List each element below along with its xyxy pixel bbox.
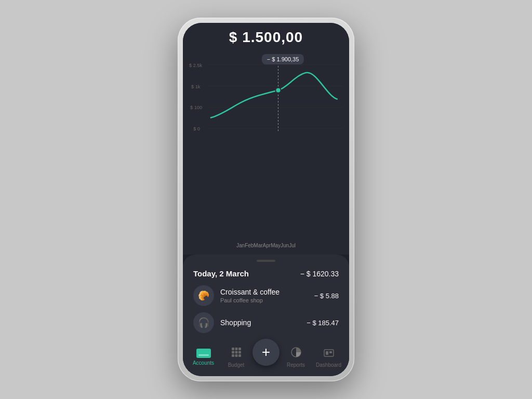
chart-svg: $ 2.5k $ 1k $ 100 $ 0	[189, 50, 343, 143]
svg-rect-14	[235, 351, 237, 354]
svg-rect-12	[238, 348, 241, 350]
transaction-name-coffee: Croissant & coffee	[220, 288, 314, 296]
nav-item-reports[interactable]: Reports	[280, 347, 312, 368]
svg-text:$ 100: $ 100	[190, 105, 202, 110]
nav-item-accounts[interactable]: Accounts	[187, 349, 220, 366]
transaction-info-coffee: Croissant & coffee Paul coffee shop	[220, 288, 314, 303]
svg-text:$ 1k: $ 1k	[191, 84, 201, 89]
transaction-item[interactable]: 🥐 Croissant & coffee Paul coffee shop − …	[193, 285, 339, 306]
transaction-amount-shopping: − $ 185.47	[307, 319, 339, 327]
dashboard-icon	[323, 347, 335, 360]
date-total: − $ 1620.33	[300, 270, 339, 278]
chart-container: − $ 1.900,35 $ 2.5k $ 1k $ 100 $ 0	[183, 50, 349, 245]
transaction-icon-shopping: 🎧	[193, 312, 214, 333]
chart-section: $ 1.500,00 − $ 1.900,35 $ 2.5k $ 1k $ 10…	[183, 23, 349, 255]
svg-rect-10	[232, 348, 234, 350]
transaction-info-shopping: Shopping	[220, 318, 307, 327]
svg-rect-17	[235, 354, 237, 357]
bottom-panel: Today, 2 March − $ 1620.33 🥐 Croissant &…	[183, 255, 349, 376]
add-icon: +	[262, 345, 270, 360]
add-button[interactable]: +	[252, 339, 280, 366]
svg-rect-22	[329, 351, 332, 353]
svg-rect-20	[324, 350, 334, 356]
svg-rect-13	[232, 351, 234, 354]
nav-label-budget: Budget	[228, 362, 245, 368]
svg-text:$ 0: $ 0	[193, 126, 200, 131]
balance-amount: $ 1.500,00	[229, 23, 303, 50]
svg-rect-11	[235, 348, 237, 350]
accounts-icon	[196, 349, 211, 358]
drag-handle	[257, 260, 275, 262]
transaction-amount-coffee: − $ 5.88	[314, 292, 339, 300]
reports-icon	[290, 347, 302, 360]
transaction-item-shopping[interactable]: 🎧 Shopping − $ 185.47	[193, 312, 339, 333]
date-row: Today, 2 March − $ 1620.33	[193, 269, 339, 278]
nav-label-dashboard: Dashboard	[316, 362, 341, 368]
nav-label-reports: Reports	[287, 362, 305, 368]
transactions-area: Today, 2 March − $ 1620.33 🥐 Croissant &…	[183, 265, 349, 339]
svg-rect-15	[238, 351, 241, 354]
phone-wrapper: $ 1.500,00 − $ 1.900,35 $ 2.5k $ 1k $ 10…	[178, 18, 354, 381]
svg-point-9	[275, 88, 281, 93]
nav-label-accounts: Accounts	[193, 360, 214, 366]
nav-item-dashboard[interactable]: Dashboard	[312, 347, 345, 368]
date-label: Today, 2 March	[193, 269, 249, 278]
phone-screen: $ 1.500,00 − $ 1.900,35 $ 2.5k $ 1k $ 10…	[183, 23, 349, 376]
nav-item-budget[interactable]: Budget	[220, 347, 252, 368]
transaction-sub-coffee: Paul coffee shop	[220, 297, 314, 303]
svg-text:$ 2.5k: $ 2.5k	[189, 63, 202, 68]
svg-rect-18	[238, 354, 241, 357]
bottom-nav: Accounts	[183, 341, 349, 376]
transaction-name-shopping: Shopping	[220, 318, 307, 327]
svg-rect-16	[232, 354, 234, 357]
budget-icon	[231, 347, 242, 360]
transaction-icon-coffee: 🥐	[193, 285, 214, 306]
svg-rect-21	[326, 351, 328, 355]
